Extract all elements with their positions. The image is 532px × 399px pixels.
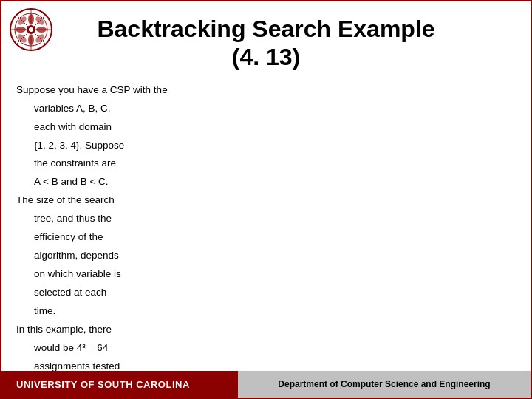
para3-line2: would be 4³ = 64 — [34, 341, 516, 356]
svg-point-11 — [36, 27, 47, 33]
svg-point-8 — [28, 14, 34, 24]
svg-point-9 — [28, 35, 34, 45]
svg-point-10 — [16, 27, 26, 33]
footer-university: UNIVERSITY OF SOUTH CAROLINA — [1, 371, 238, 398]
para2-line3: efficiency of the — [34, 230, 516, 245]
title-block: Backtracking Search Example (4. 13) — [97, 15, 434, 72]
footer-department-text: Department of Computer Science and Engin… — [278, 379, 490, 389]
para2-line4: algorithm, depends — [34, 248, 516, 264]
footer-department: Department of Computer Science and Engin… — [238, 371, 531, 398]
para1-line5: the constraints are — [34, 156, 516, 171]
header: Backtracking Search Example (4. 13) — [1, 1, 531, 79]
para2-line2: tree, and thus the — [34, 211, 516, 227]
slide-container: Backtracking Search Example (4. 13) Supp… — [0, 0, 532, 399]
para1-line1: Suppose you have a CSP with the — [16, 83, 516, 98]
footer-university-text: UNIVERSITY OF SOUTH CAROLINA — [16, 379, 190, 390]
content-text: Suppose you have a CSP with the variable… — [16, 83, 516, 371]
para1-line6: A < B and B < C. — [34, 174, 516, 190]
para2-line7: time. — [34, 304, 516, 319]
logo — [9, 7, 53, 52]
para2-line6: selected at each — [34, 285, 516, 301]
para2-line1: The size of the search — [16, 193, 516, 208]
title-line2: (4. 13) — [232, 44, 300, 70]
content-area: Suppose you have a CSP with the variable… — [1, 79, 531, 371]
para3-line3: assignments tested — [34, 359, 516, 371]
slide-title: Backtracking Search Example (4. 13) — [97, 15, 434, 72]
title-line1: Backtracking Search Example — [97, 16, 434, 42]
para1-line2: variables A, B, C, — [34, 101, 516, 117]
para1-line3: each with domain — [34, 120, 516, 135]
para1-line4: {1, 2, 3, 4}. Suppose — [34, 138, 516, 154]
para2-line5: on which variable is — [34, 267, 516, 282]
footer: UNIVERSITY OF SOUTH CAROLINA Department … — [1, 371, 531, 398]
svg-point-7 — [29, 27, 33, 32]
para3-line1: In this example, there — [16, 322, 516, 338]
